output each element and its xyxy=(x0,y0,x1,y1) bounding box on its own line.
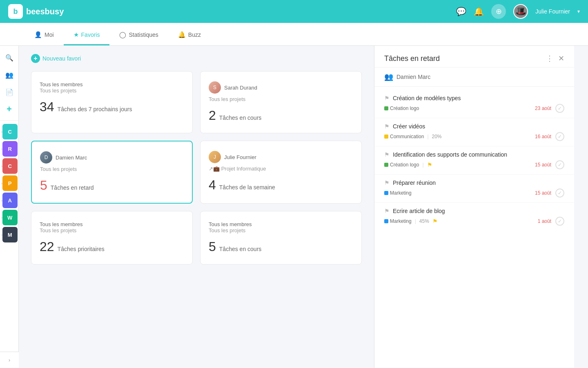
task-title[interactable]: Ecrire article de blog xyxy=(393,208,445,214)
task-flag-icon: ⚑ xyxy=(384,208,390,214)
sidebar-m1[interactable]: M xyxy=(2,227,18,242)
card-project-label: Tous les projets xyxy=(40,166,184,172)
task-flag-icon: ⚑ xyxy=(384,151,390,158)
panel-user-name: Damien Marc xyxy=(396,74,430,80)
panel-header: Tâches en retard ⋮ ✕ xyxy=(374,46,574,67)
task-tag: Marketing xyxy=(384,190,412,196)
new-favori-label: Nouveau favori xyxy=(42,55,81,62)
card-all-prioritaires[interactable]: Tous les membres Tous les projets 22 Tâc… xyxy=(31,211,193,265)
sidebar-c2-row: › C xyxy=(0,158,18,174)
panel-more-button[interactable]: ⋮ xyxy=(546,54,553,63)
sidebar-a1[interactable]: A xyxy=(2,193,18,208)
tab-buzz[interactable]: 🔔 Buzz xyxy=(168,25,211,45)
task-title-row: ⚑ Identification des supports de communi… xyxy=(384,151,507,158)
chat-icon[interactable]: 💬 xyxy=(456,7,466,16)
topnav-right: 💬 🔔 ⊕ 🎩 Julie Fournier ▾ xyxy=(456,4,580,19)
task-check-button[interactable]: ✓ xyxy=(555,188,564,197)
task-progress: 45% xyxy=(419,218,429,224)
tab-moi[interactable]: 👤 Moi xyxy=(24,25,64,45)
card-stat: 34 Tâches des 7 prochains jours xyxy=(40,99,184,114)
task-title[interactable]: Préparer réunion xyxy=(393,180,436,186)
task-top: ⚑ Identification des supports de communi… xyxy=(384,151,564,158)
task-flag-icon: ⚑ xyxy=(384,180,390,186)
card-number: 4 xyxy=(209,177,216,193)
task-bottom: Création logo 23 août ✓ xyxy=(384,104,564,113)
card-julie-semaine[interactable]: J Julie Fournier ↗💼 Projet Informatique … xyxy=(200,141,362,204)
task-title-row: ⚑ Préparer réunion xyxy=(384,180,436,186)
task-tags: Marketing | 45% ⚑ xyxy=(384,218,438,224)
task-title[interactable]: Identification des supports de communica… xyxy=(393,151,507,158)
task-date: 16 août xyxy=(535,134,551,139)
card-number: 34 xyxy=(40,99,54,114)
user-avatar[interactable]: 🎩 xyxy=(513,4,528,19)
card-number: 22 xyxy=(40,239,54,254)
sidebar-c2[interactable]: C xyxy=(2,158,18,174)
card-project-label: Tous les projets xyxy=(209,96,353,102)
damien-avatar: D xyxy=(40,151,52,164)
sidebar-add[interactable]: + xyxy=(2,101,17,117)
tab-statistiques[interactable]: ◯ Statistiques xyxy=(109,25,168,45)
task-progress: 20% xyxy=(432,134,442,139)
task-flag-icon: ⚑ xyxy=(384,95,390,101)
sidebar-search[interactable]: 🔍 xyxy=(2,50,17,65)
sidebar-p1[interactable]: P xyxy=(2,175,18,191)
sidebar-file[interactable]: 📄 xyxy=(2,84,17,100)
task-right: 23 août ✓ xyxy=(535,104,564,113)
panel-title: Tâches en retard xyxy=(384,54,440,63)
card-all-members-7days[interactable]: Tous les membres Tous les projets 34 Tâc… xyxy=(31,71,193,133)
panel-close-button[interactable]: ✕ xyxy=(558,54,564,63)
card-all-en-cours[interactable]: Tous les membres Tous les projets 5 Tâch… xyxy=(200,211,362,265)
task-check-button[interactable]: ✓ xyxy=(555,132,564,141)
sidebar-collapse[interactable]: › xyxy=(0,352,19,368)
sidebar-c1[interactable]: C xyxy=(2,124,18,139)
task-check-button[interactable]: ✓ xyxy=(555,217,564,226)
sidebar-w1[interactable]: W xyxy=(2,210,18,225)
sarah-avatar: S xyxy=(209,81,221,94)
task-right: 15 août ✓ xyxy=(535,188,564,197)
topnav: b beesbusy 💬 🔔 ⊕ 🎩 Julie Fournier ▾ xyxy=(0,0,588,23)
task-check-button[interactable]: ✓ xyxy=(555,104,564,113)
task-right: 1 août ✓ xyxy=(538,217,564,226)
bell-icon[interactable]: 🔔 xyxy=(474,7,484,16)
task-priority-icon: ⚑ xyxy=(427,162,432,168)
left-sidebar: 🔍 👥 📄 + › C › R › C › P › A › W › xyxy=(0,46,19,368)
new-favori-icon: + xyxy=(31,54,40,63)
tab-favoris[interactable]: ★ Favoris xyxy=(64,25,110,45)
task-item: ⚑ Identification des supports de communi… xyxy=(374,146,574,175)
card-damien-retard[interactable]: D Damien Marc Tous les projets 5 Tâches … xyxy=(31,141,193,204)
user-dropdown-chevron[interactable]: ▾ xyxy=(577,9,580,14)
card-description: Tâches de la semaine xyxy=(219,184,275,191)
card-header: S Sarah Durand xyxy=(209,81,353,94)
card-stat: 22 Tâches prioritaires xyxy=(40,239,184,254)
sidebar-r1[interactable]: R xyxy=(2,141,18,157)
task-tags: Création logo xyxy=(384,105,419,111)
sidebar-r1-row: › R xyxy=(0,141,18,157)
task-top: ⚑ Préparer réunion xyxy=(384,180,564,186)
task-check-button[interactable]: ✓ xyxy=(555,160,564,169)
card-project-label: ↗💼 Projet Informatique xyxy=(209,166,353,172)
panel-header-right: ⋮ ✕ xyxy=(546,54,564,63)
new-favori-button[interactable]: + Nouveau favori xyxy=(31,54,362,63)
task-title[interactable]: Création de modèles types xyxy=(393,95,461,101)
user-name: Julie Fournier xyxy=(535,8,570,15)
card-member-label: Sarah Durand xyxy=(224,85,257,91)
card-member-label: Tous les membres xyxy=(209,221,353,227)
task-title-row: ⚑ Créer vidéos xyxy=(384,123,425,130)
tag-color-dot xyxy=(384,219,388,223)
card-header: D Damien Marc xyxy=(40,151,184,164)
card-member-label: Tous les membres xyxy=(40,81,184,88)
task-tags: Marketing xyxy=(384,190,412,196)
card-member-label: Damien Marc xyxy=(56,155,87,161)
card-number: 5 xyxy=(40,178,47,193)
task-right: 15 août ✓ xyxy=(535,160,564,169)
target-icon[interactable]: ⊕ xyxy=(491,4,506,19)
card-description: Tâches en retard xyxy=(51,184,94,191)
content-area: + Nouveau favori Tous les membres Tous l… xyxy=(19,46,374,368)
sidebar-people[interactable]: 👥 xyxy=(2,67,17,83)
tag-color-dot xyxy=(384,191,388,195)
task-tag: Communication xyxy=(384,134,424,139)
task-title-row: ⚑ Ecrire article de blog xyxy=(384,208,445,214)
card-sarah-en-cours[interactable]: S Sarah Durand Tous les projets 2 Tâches… xyxy=(200,71,362,133)
task-title[interactable]: Créer vidéos xyxy=(393,123,425,130)
buzz-icon: 🔔 xyxy=(178,31,186,38)
